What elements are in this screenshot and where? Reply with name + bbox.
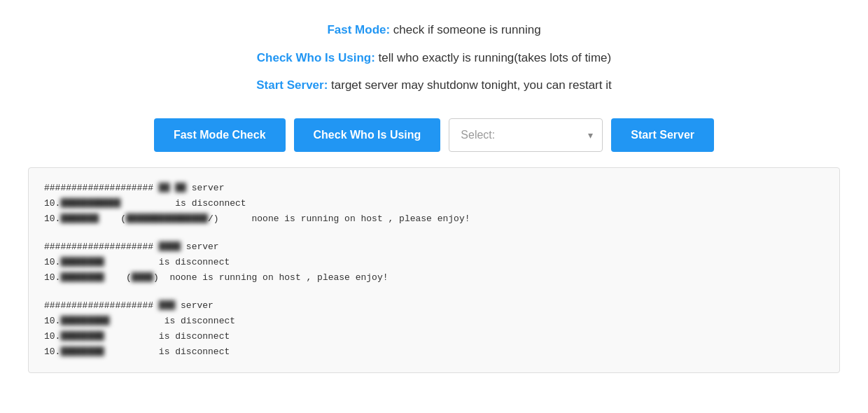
output-line: 10.████████ is disconnect	[44, 344, 824, 360]
description-fast-mode: Fast Mode: check if someone is running	[119, 21, 749, 39]
output-block-3: #################### ███ server 10.█████…	[44, 298, 824, 360]
description-section: Fast Mode: check if someone is running C…	[119, 21, 749, 104]
button-row: Fast Mode Check Check Who Is Using Selec…	[154, 118, 714, 152]
start-server-label: Start Server:	[256, 78, 328, 92]
start-server-text: target server may shutdonw tonight, you …	[328, 78, 611, 92]
redacted-text: ████████	[60, 255, 104, 270]
redacted-text: ████	[132, 270, 153, 286]
redacted-text: ████████	[60, 270, 104, 286]
redacted-text: ███	[159, 298, 175, 314]
output-line: 10.████████ (████) noone is running on h…	[44, 270, 824, 286]
output-line: #################### ██ ██ server	[44, 181, 824, 196]
fast-mode-check-button[interactable]: Fast Mode Check	[154, 118, 286, 152]
output-line: #################### ███ server	[44, 298, 824, 314]
output-block-2: #################### ████ server 10.████…	[44, 239, 824, 286]
output-block-1: #################### ██ ██ server 10.███…	[44, 181, 824, 227]
output-line: 10.███████ (███████████████/) noone is r…	[44, 211, 824, 227]
redacted-text: ████████	[60, 329, 104, 344]
output-box: #################### ██ ██ server 10.███…	[28, 167, 840, 374]
start-server-button[interactable]: Start Server	[611, 118, 714, 152]
output-line: 10.███████████ is disconnect	[44, 196, 824, 211]
check-who-label: Check Who Is Using:	[257, 51, 375, 64]
server-select[interactable]: Select:	[449, 118, 603, 152]
output-line: 10.████████ is disconnect	[44, 329, 824, 344]
fast-mode-text: check if someone is running	[390, 23, 540, 36]
check-who-is-using-button[interactable]: Check Who Is Using	[294, 118, 441, 152]
output-line: #################### ████ server	[44, 239, 824, 255]
description-start-server: Start Server: target server may shutdonw…	[119, 76, 749, 94]
redacted-text: ██ ██	[159, 181, 186, 196]
redacted-text: ████	[159, 239, 181, 255]
redacted-text: ███████████████	[126, 211, 208, 227]
select-wrapper: Select: ▾	[449, 118, 603, 152]
check-who-text: tell who exactly is running(takes lots o…	[375, 51, 611, 64]
fast-mode-label: Fast Mode:	[327, 23, 390, 36]
redacted-text: ████████	[60, 344, 104, 360]
redacted-text: ███████████	[60, 196, 120, 211]
output-line: 10.█████████ is disconnect	[44, 314, 824, 329]
redacted-text: ███████	[60, 211, 99, 227]
output-line: 10.████████ is disconnect	[44, 255, 824, 270]
redacted-text: █████████	[60, 314, 109, 329]
description-check-who: Check Who Is Using: tell who exactly is …	[119, 49, 749, 67]
